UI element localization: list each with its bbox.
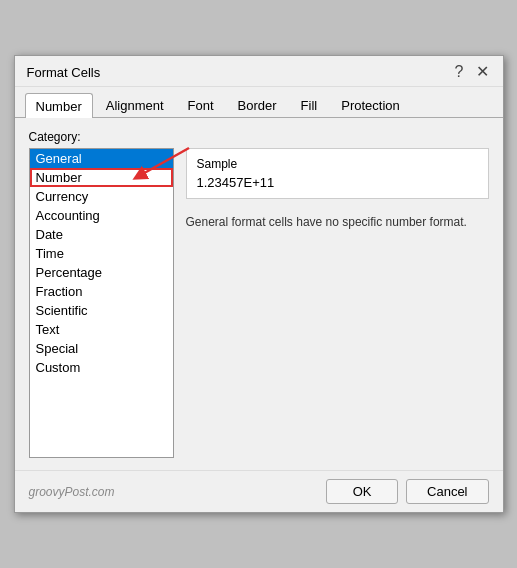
footer-buttons: OK Cancel: [326, 479, 488, 504]
category-label: Category:: [29, 130, 489, 144]
dialog-body: Category: General Number Currency: [15, 118, 503, 470]
sample-label: Sample: [197, 157, 478, 171]
close-button[interactable]: ✕: [474, 64, 491, 80]
tab-border[interactable]: Border: [227, 93, 288, 117]
list-item-date[interactable]: Date: [30, 225, 173, 244]
list-item-custom[interactable]: Custom: [30, 358, 173, 377]
ok-button[interactable]: OK: [326, 479, 398, 504]
dialog-title: Format Cells: [27, 65, 101, 80]
list-item-accounting[interactable]: Accounting: [30, 206, 173, 225]
list-item-text[interactable]: Text: [30, 320, 173, 339]
tab-number[interactable]: Number: [25, 93, 93, 118]
cancel-button[interactable]: Cancel: [406, 479, 488, 504]
list-item-percentage[interactable]: Percentage: [30, 263, 173, 282]
list-item-special[interactable]: Special: [30, 339, 173, 358]
description-text: General format cells have no specific nu…: [186, 209, 489, 235]
annotation-arrow: [119, 138, 199, 188]
list-item-time[interactable]: Time: [30, 244, 173, 263]
right-panel: Sample 1.23457E+11 General format cells …: [186, 148, 489, 458]
category-list[interactable]: General Number Currency Accounting Date …: [29, 148, 174, 458]
list-item-currency[interactable]: Currency: [30, 187, 173, 206]
sample-value: 1.23457E+11: [197, 175, 478, 190]
title-bar-buttons: ? ✕: [453, 64, 491, 80]
title-bar: Format Cells ? ✕: [15, 56, 503, 87]
sample-box: Sample 1.23457E+11: [186, 148, 489, 199]
list-panel: General Number Currency Accounting Date …: [29, 148, 174, 458]
list-item-scientific[interactable]: Scientific: [30, 301, 173, 320]
help-button[interactable]: ?: [453, 64, 466, 80]
dialog-footer: groovyPost.com OK Cancel: [15, 470, 503, 512]
tab-fill[interactable]: Fill: [290, 93, 329, 117]
format-cells-dialog: Format Cells ? ✕ Number Alignment Font B…: [14, 55, 504, 513]
watermark: groovyPost.com: [29, 485, 115, 499]
content-row: General Number Currency Accounting Date …: [29, 148, 489, 458]
tab-bar: Number Alignment Font Border Fill Protec…: [15, 87, 503, 118]
tab-protection[interactable]: Protection: [330, 93, 411, 117]
tab-alignment[interactable]: Alignment: [95, 93, 175, 117]
list-item-fraction[interactable]: Fraction: [30, 282, 173, 301]
svg-line-1: [139, 148, 189, 176]
tab-font[interactable]: Font: [177, 93, 225, 117]
